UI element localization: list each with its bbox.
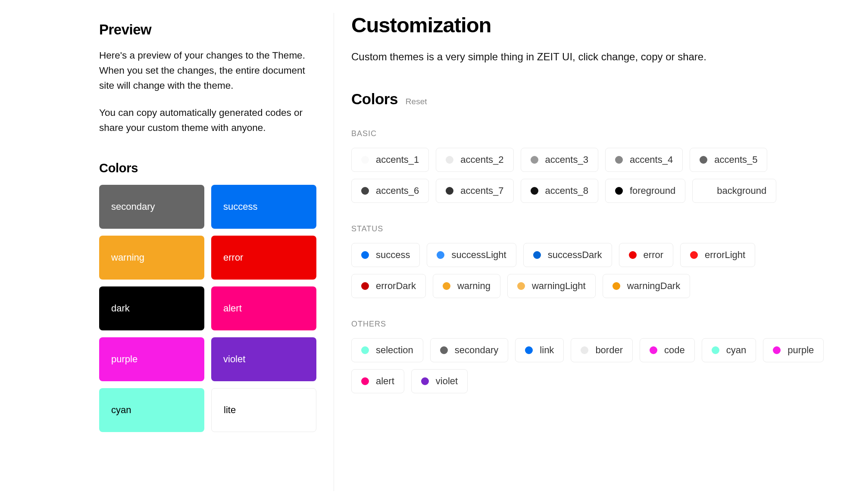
color-dot-icon: [440, 346, 448, 354]
chip-row-others: selectionsecondarylinkbordercodecyanpurp…: [351, 338, 833, 393]
color-chip-warning[interactable]: warning: [433, 274, 500, 298]
color-chip-selection[interactable]: selection: [351, 338, 423, 362]
page-root: Preview Here's a preview of your changes…: [0, 0, 850, 504]
preview-paragraph-2: You can copy automatically generated cod…: [99, 106, 316, 136]
color-dot-icon: [437, 251, 444, 259]
color-chip-accents_5[interactable]: accents_5: [690, 148, 767, 172]
swatch-success[interactable]: success: [211, 185, 316, 229]
color-dot-icon: [517, 282, 525, 290]
color-dot-icon: [700, 156, 707, 164]
color-dot-icon: [531, 156, 538, 164]
color-dot-icon: [773, 346, 781, 354]
color-chip-warningDark[interactable]: warningDark: [603, 274, 691, 298]
colors-section-header: Colors Reset: [351, 90, 833, 108]
color-chip-background[interactable]: background: [692, 179, 776, 203]
color-chip-label: border: [595, 345, 623, 356]
color-chip-alert[interactable]: alert: [351, 369, 404, 393]
swatch-secondary[interactable]: secondary: [99, 185, 204, 229]
color-dot-icon: [533, 251, 541, 259]
color-chip-cyan[interactable]: cyan: [702, 338, 756, 362]
color-dot-icon: [525, 346, 533, 354]
color-dot-icon: [690, 251, 698, 259]
swatch-purple[interactable]: purple: [99, 337, 204, 381]
color-dot-icon: [702, 187, 710, 195]
color-chip-secondary[interactable]: secondary: [430, 338, 509, 362]
reset-button[interactable]: Reset: [406, 97, 427, 106]
color-chip-label: successDark: [548, 249, 602, 261]
color-chip-border[interactable]: border: [571, 338, 633, 362]
swatch-label: lite: [224, 404, 236, 416]
color-chip-label: secondary: [455, 345, 499, 356]
color-chip-errorLight[interactable]: errorLight: [680, 243, 755, 267]
color-chip-label: foreground: [630, 185, 675, 196]
color-dot-icon: [446, 187, 453, 195]
color-chip-foreground[interactable]: foreground: [605, 179, 685, 203]
color-chip-warningLight[interactable]: warningLight: [507, 274, 596, 298]
color-chip-label: selection: [376, 345, 413, 356]
color-chip-accents_3[interactable]: accents_3: [521, 148, 598, 172]
color-chip-error[interactable]: error: [619, 243, 673, 267]
color-chip-accents_6[interactable]: accents_6: [351, 179, 429, 203]
color-chip-label: accents_2: [460, 154, 503, 165]
preview-panel: Preview Here's a preview of your changes…: [0, 13, 334, 491]
color-chip-label: purple: [788, 345, 814, 356]
group-label-status: STATUS: [351, 224, 833, 233]
color-chip-successLight[interactable]: successLight: [427, 243, 516, 267]
color-dot-icon: [421, 377, 429, 385]
color-chip-label: warning: [457, 280, 491, 292]
swatch-warning[interactable]: warning: [99, 236, 204, 280]
color-chip-accents_2[interactable]: accents_2: [436, 148, 513, 172]
color-chip-success[interactable]: success: [351, 243, 420, 267]
color-chip-label: warningLight: [532, 280, 586, 292]
color-chip-successDark[interactable]: successDark: [523, 243, 612, 267]
group-label-basic: BASIC: [351, 129, 833, 138]
swatch-label: error: [223, 252, 243, 263]
color-chip-label: error: [644, 249, 663, 261]
color-chip-purple[interactable]: purple: [763, 338, 824, 362]
swatch-label: secondary: [111, 201, 155, 212]
color-chip-errorDark[interactable]: errorDark: [351, 274, 426, 298]
color-chip-label: link: [540, 345, 554, 356]
color-chip-link[interactable]: link: [515, 338, 564, 362]
preview-title: Preview: [99, 22, 316, 38]
preview-swatch-grid: secondarysuccesswarningerrordarkalertpur…: [99, 185, 316, 432]
color-chip-accents_8[interactable]: accents_8: [521, 179, 598, 203]
customization-desc: Custom themes is a very simple thing in …: [351, 49, 833, 65]
color-chip-label: accents_1: [376, 154, 419, 165]
swatch-error[interactable]: error: [211, 236, 316, 280]
color-groups: BASICaccents_1accents_2accents_3accents_…: [351, 129, 833, 393]
swatch-alert[interactable]: alert: [211, 286, 316, 330]
color-dot-icon: [361, 187, 369, 195]
color-chip-label: accents_3: [545, 154, 588, 165]
swatch-label: dark: [111, 303, 130, 314]
color-chip-code[interactable]: code: [640, 338, 695, 362]
swatch-label: cyan: [111, 404, 131, 416]
swatch-label: success: [223, 201, 257, 212]
swatch-violet[interactable]: violet: [211, 337, 316, 381]
swatch-label: alert: [223, 303, 242, 314]
color-chip-label: alert: [376, 376, 394, 387]
swatch-lite[interactable]: lite: [211, 388, 316, 432]
swatch-dark[interactable]: dark: [99, 286, 204, 330]
color-dot-icon: [581, 346, 588, 354]
color-chip-violet[interactable]: violet: [411, 369, 468, 393]
color-chip-label: background: [717, 185, 766, 196]
color-chip-accents_1[interactable]: accents_1: [351, 148, 429, 172]
color-dot-icon: [361, 377, 369, 385]
color-dot-icon: [361, 346, 369, 354]
color-dot-icon: [361, 251, 369, 259]
color-dot-icon: [446, 156, 453, 164]
color-chip-label: accents_8: [545, 185, 588, 196]
color-dot-icon: [612, 282, 620, 290]
customization-panel: Customization Custom themes is a very si…: [334, 13, 850, 491]
color-chip-label: accents_6: [376, 185, 419, 196]
color-dot-icon: [615, 156, 623, 164]
color-chip-label: cyan: [726, 345, 746, 356]
color-dot-icon: [712, 346, 719, 354]
customization-title: Customization: [351, 13, 833, 37]
preview-paragraph-1: Here's a preview of your changes to the …: [99, 48, 316, 93]
color-chip-accents_4[interactable]: accents_4: [605, 148, 683, 172]
swatch-cyan[interactable]: cyan: [99, 388, 204, 432]
chip-row-status: successsuccessLightsuccessDarkerrorerror…: [351, 243, 833, 298]
color-chip-accents_7[interactable]: accents_7: [436, 179, 513, 203]
